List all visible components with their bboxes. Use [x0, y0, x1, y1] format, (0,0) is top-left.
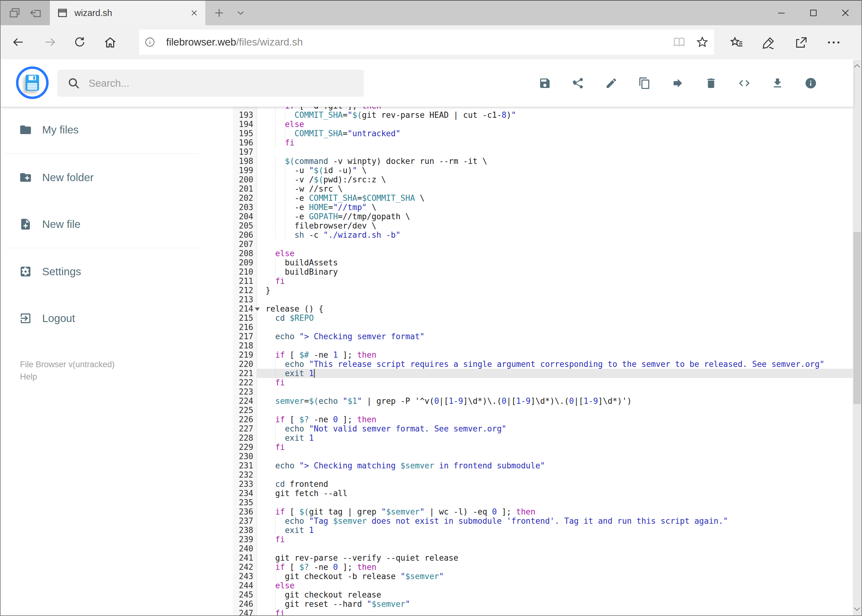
forward-button[interactable] — [44, 36, 57, 49]
code-line[interactable]: 197 — [233, 147, 853, 157]
code-line[interactable]: 219 if [ $# -ne 1 ]; then — [233, 350, 853, 360]
code-line[interactable]: 214release () { — [233, 304, 853, 313]
sidebar-item-new-folder[interactable]: New folder — [1, 168, 199, 187]
code-line[interactable]: 234 git fetch --all — [233, 489, 853, 498]
hub-favorites-icon[interactable] — [730, 36, 744, 50]
code-line[interactable]: 202 -e COMMIT_SHA=$COMMIT_SHA \ — [233, 193, 853, 203]
code-line[interactable]: 194 else — [233, 119, 853, 129]
code-line[interactable]: 245 git checkout release — [233, 590, 853, 599]
code-line[interactable]: 221 exit 1 — [233, 369, 853, 378]
download-button[interactable] — [771, 77, 784, 90]
code-line[interactable]: 213 — [233, 295, 853, 304]
code-line[interactable]: 228 exit 1 — [233, 433, 853, 443]
set-aside-tabs-icon[interactable] — [8, 6, 22, 20]
code-line[interactable]: 195 COMMIT_SHA="untracked" — [233, 129, 853, 138]
code-line[interactable]: 243 git checkout -b release "$semver" — [233, 572, 853, 581]
code-line[interactable]: 227 echo "Not valid semver format. See s… — [233, 424, 853, 433]
code-line[interactable]: 231 echo "> Checking matching $semver in… — [233, 461, 853, 470]
close-window-button[interactable] — [829, 1, 861, 25]
code-line[interactable]: 236 if [ $(git tag | grep "$semver" | wc… — [233, 507, 853, 516]
search-input[interactable] — [88, 77, 364, 90]
maximize-button[interactable] — [797, 1, 829, 25]
code-line[interactable]: 233 cd frontend — [233, 479, 853, 489]
code-line[interactable]: 230 — [233, 452, 853, 461]
code-line[interactable]: 207 — [233, 240, 853, 249]
code-line[interactable]: 200 -v /$(pwd):/src:z \ — [233, 175, 853, 184]
address-bar[interactable]: filebrowser.web/files/wizard.sh — [139, 30, 714, 55]
code-line[interactable]: 203 -e HOME="//tmp" \ — [233, 203, 853, 212]
code-line[interactable]: 223 — [233, 387, 853, 396]
code-line[interactable]: 238 exit 1 — [233, 526, 853, 535]
tab-list-dropdown-icon[interactable] — [235, 8, 246, 18]
code-line[interactable]: 217 echo "> Checking semver format" — [233, 332, 853, 341]
code-line[interactable]: 240 — [233, 544, 853, 553]
code-line[interactable]: 226 if [ $? -ne 0 ]; then — [233, 415, 853, 424]
delete-button[interactable] — [705, 77, 717, 90]
code-line[interactable]: 224 semver=$(echo "$1" | grep -P '^v(0|[… — [233, 396, 853, 405]
code-line[interactable]: 215 cd $REPO — [233, 313, 853, 323]
reading-view-icon[interactable] — [673, 36, 686, 49]
code-line[interactable]: 210 buildBinary — [233, 267, 853, 277]
code-line[interactable]: 218 — [233, 341, 853, 350]
code-line[interactable]: 198 $(command -v winpty) docker run --rm… — [233, 157, 853, 166]
code-line[interactable]: 237 echo "Tag $semver does not exist in … — [233, 516, 853, 526]
favorite-star-icon[interactable] — [695, 35, 709, 49]
back-button[interactable] — [12, 36, 25, 49]
copy-button[interactable] — [638, 77, 651, 90]
sidebar-item-my-files[interactable]: My files — [1, 121, 199, 139]
code-line[interactable]: 211 fi — [233, 277, 853, 286]
web-note-pen-icon[interactable] — [761, 36, 775, 50]
browser-tab[interactable]: wizard.sh — [50, 1, 205, 25]
page-info-icon[interactable] — [144, 36, 156, 48]
code-line[interactable]: 206 sh -c "./wizard.sh -b" — [233, 230, 853, 240]
scroll-up-icon[interactable] — [853, 60, 861, 72]
scroll-down-icon[interactable] — [853, 603, 861, 615]
code-line[interactable]: 229 fi — [233, 443, 853, 452]
home-button[interactable] — [103, 36, 117, 49]
code-button[interactable] — [738, 77, 750, 90]
refresh-button[interactable] — [73, 36, 86, 49]
code-line[interactable]: 235 — [233, 498, 853, 507]
code-line[interactable]: 220 echo "This release script requires a… — [233, 360, 853, 369]
minimize-button[interactable] — [765, 1, 797, 25]
code-line[interactable]: if [ -d .git ]; then — [233, 107, 853, 110]
code-line[interactable]: 246 git reset --hard "$semver" — [233, 599, 853, 609]
search-box[interactable] — [58, 70, 364, 97]
code-line[interactable]: 222 fi — [233, 378, 853, 387]
code-line[interactable]: 196 fi — [233, 138, 853, 147]
code-line[interactable]: 244 else — [233, 581, 853, 590]
filebrowser-logo[interactable] — [16, 66, 49, 99]
code-line[interactable]: 232 — [233, 470, 853, 479]
code-line[interactable]: 212} — [233, 286, 853, 295]
code-line[interactable]: 199 -u "$(id -u)" \ — [233, 166, 853, 175]
code-line[interactable]: 204 -e GOPATH=//tmp/gopath \ — [233, 212, 853, 221]
info-button[interactable] — [804, 77, 817, 90]
save-button[interactable] — [539, 77, 551, 90]
scrollbar-thumb[interactable] — [853, 232, 861, 404]
new-tab-button[interactable] — [213, 7, 225, 19]
code-editor[interactable]: if [ -d .git ]; then193 COMMIT_SHA="$(gi… — [233, 107, 853, 615]
code-line[interactable]: 239 fi — [233, 535, 853, 544]
code-line[interactable]: 242 if [ $? -ne 0 ]; then — [233, 563, 853, 572]
sidebar-item-logout[interactable]: Logout — [1, 309, 199, 327]
code-line[interactable]: 225 — [233, 405, 853, 415]
code-line[interactable]: 209 buildAssets — [233, 258, 853, 267]
code-line[interactable]: 208 else — [233, 249, 853, 258]
code-line[interactable]: 216 — [233, 323, 853, 332]
tab-close-icon[interactable] — [190, 9, 199, 17]
code-line[interactable]: 201 -w //src \ — [233, 184, 853, 193]
sidebar-item-settings[interactable]: Settings — [1, 262, 199, 281]
code-line[interactable]: 247 fi — [233, 609, 853, 615]
share-icon[interactable] — [794, 36, 808, 50]
page-scrollbar[interactable] — [853, 60, 861, 615]
code-line[interactable]: 241 git rev-parse --verify --quiet relea… — [233, 553, 853, 563]
more-options-icon[interactable] — [827, 39, 841, 46]
help-link[interactable]: Help — [20, 371, 115, 383]
code-line[interactable]: 193 COMMIT_SHA="$(git rev-parse HEAD | c… — [233, 110, 853, 119]
restore-tabs-icon[interactable] — [29, 6, 43, 20]
move-button[interactable] — [671, 77, 684, 90]
code-line[interactable]: 205 filebrowser/dev \ — [233, 221, 853, 230]
share-button[interactable] — [572, 77, 585, 90]
edit-button[interactable] — [605, 77, 618, 90]
sidebar-item-new-file[interactable]: New file — [1, 215, 199, 233]
